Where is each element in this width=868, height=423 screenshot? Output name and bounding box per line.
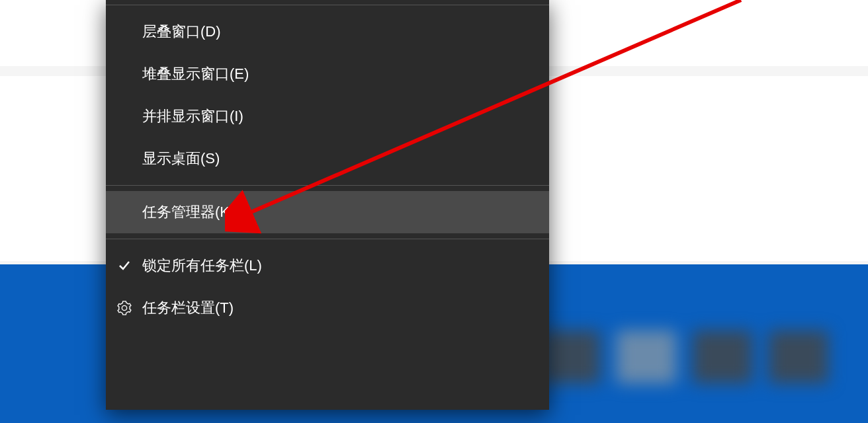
menu-item-label: 锁定所有任务栏(L)	[142, 256, 262, 276]
menu-divider	[106, 0, 549, 5]
menu-item-label: 并排显示窗口(I)	[142, 106, 243, 126]
menu-item-label: 任务管理器(K)	[142, 202, 234, 222]
blurred-icon	[693, 330, 752, 383]
taskbar-icons-blurred	[541, 317, 848, 397]
menu-item-show-desktop[interactable]: 显示桌面(S)	[106, 137, 549, 180]
menu-item-label: 层叠窗口(D)	[142, 22, 221, 42]
menu-item-lock-taskbars[interactable]: 锁定所有任务栏(L)	[106, 245, 549, 287]
menu-item-side-by-side[interactable]: 并排显示窗口(I)	[106, 95, 549, 137]
menu-item-stack-windows[interactable]: 堆叠显示窗口(E)	[106, 53, 549, 95]
menu-section-windows: 层叠窗口(D) 堆叠显示窗口(E) 并排显示窗口(I) 显示桌面(S)	[106, 5, 549, 186]
taskbar-context-menu: 层叠窗口(D) 堆叠显示窗口(E) 并排显示窗口(I) 显示桌面(S) 任务管理…	[106, 0, 549, 410]
menu-section-task-manager: 任务管理器(K)	[106, 186, 549, 239]
blurred-icon	[541, 330, 600, 383]
menu-item-task-manager[interactable]: 任务管理器(K)	[106, 191, 549, 233]
menu-section-taskbar-options: 锁定所有任务栏(L) 任务栏设置(T)	[106, 239, 549, 334]
menu-item-label: 显示桌面(S)	[142, 149, 220, 169]
gear-icon	[116, 300, 132, 316]
menu-item-label: 任务栏设置(T)	[142, 298, 234, 318]
menu-item-taskbar-settings[interactable]: 任务栏设置(T)	[106, 287, 549, 329]
checkmark-icon	[116, 258, 132, 274]
menu-item-label: 堆叠显示窗口(E)	[142, 64, 249, 84]
menu-item-cascade-windows[interactable]: 层叠窗口(D)	[106, 11, 549, 53]
blurred-icon	[617, 330, 676, 383]
blurred-icon	[769, 330, 828, 383]
